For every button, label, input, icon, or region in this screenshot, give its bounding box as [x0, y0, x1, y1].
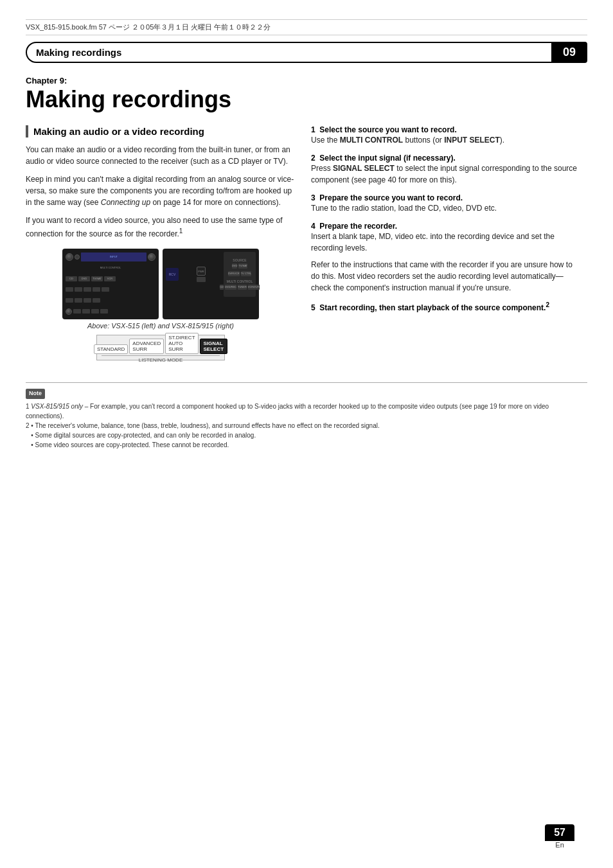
btn-row2-2	[75, 287, 82, 292]
para-2: Keep in mind you can't make a digital re…	[26, 173, 296, 208]
step-2-body: Press SIGNAL SELECT to select the input …	[311, 163, 581, 186]
chapter-number: 09	[563, 46, 576, 58]
para-3: If you want to record a video source, yo…	[26, 215, 296, 240]
chapter-title-box: Making recordings	[26, 42, 553, 63]
step-4-body2: Refer to the instructions that came with…	[311, 259, 581, 294]
bottom-btn1	[73, 309, 81, 314]
btn-row2-1	[66, 287, 73, 292]
source-knob	[148, 253, 155, 261]
footnote-1-italic: VSX-815/915 only	[31, 403, 83, 410]
cd-r-btn: CD	[220, 285, 224, 290]
dpr-btn-row2: DVR/VCR TV CTRL	[228, 271, 252, 276]
right-controls: SOURCE DVD TV/SAT DVR/VCR TV CTRL MULTI …	[224, 252, 256, 297]
small-knob	[66, 308, 72, 315]
display-panel: INPUT	[81, 252, 147, 261]
chapter-heading-text: Making recordings	[36, 47, 121, 58]
section-heading: Making an audio or a video recording	[26, 125, 296, 138]
chapter-header: Making recordings 09	[26, 42, 587, 63]
step-3-title: Prepare the source you want to record.	[319, 193, 463, 202]
footnote-2b: • Some digital sources are copy-protecte…	[26, 430, 587, 440]
tv-ctrl-btn: TV CTRL	[241, 271, 252, 276]
btn-row3-4	[93, 298, 100, 303]
dvd-btn: DVD	[78, 276, 90, 281]
bottom-btn4	[100, 309, 108, 314]
btn-row3-1	[66, 298, 73, 303]
signal-select-area: STANDARD ADVANCEDSURR ST.DIRECTAUTO SURR…	[26, 335, 296, 360]
tv-sat-btn: TV/SAT	[238, 263, 247, 269]
step-4-number: 4 Prepare the recorder.	[311, 222, 581, 231]
devices-row: INPUT MULTI CONTROL CD DVD TV/SAT VCR	[62, 249, 259, 319]
right-column: 1 Select the source you want to record. …	[311, 125, 581, 370]
footnote-2: 2 • The receiver's volume, balance, tone…	[26, 421, 587, 430]
receiver-display: RCV	[166, 268, 179, 281]
step-1-number: 1 Select the source you want to record.	[311, 125, 581, 134]
footnote-2c: • Some video sources are copy-protected.…	[26, 440, 587, 450]
step-3: 3 Prepare the source you want to record.…	[311, 193, 581, 214]
ctrl-label: SOURCE	[233, 258, 246, 262]
step-3-number: 3 Prepare the source you want to record.	[311, 193, 581, 202]
tv-btn: TV/SAT	[91, 276, 103, 281]
dvr-dvd-btn: DVR/VCR	[228, 271, 240, 276]
file-info: VSX_815-915.book.fm 57 ページ ２０05年３月１日 火曜日…	[26, 22, 587, 32]
btn-row2-3	[84, 287, 91, 292]
step-2: 2 Select the input signal (if necessary)…	[311, 154, 581, 186]
page-lang: En	[555, 841, 564, 849]
chapter-number-box: 09	[551, 42, 587, 63]
bottom-btn3	[91, 309, 99, 314]
standard-btn: STANDARD	[94, 344, 128, 354]
footer-notes: Note 1 VSX-815/915 only – For example, y…	[26, 382, 587, 450]
step-2-title: Select the input signal (if necessary).	[319, 154, 455, 163]
page-number-area: 57 En	[545, 824, 574, 849]
tuner-r-btn: TUNER	[238, 285, 247, 290]
header-bar: VSX_815-915.book.fm 57 ページ ２０05年３月１日 火曜日…	[26, 19, 587, 35]
note-icon: Note	[26, 389, 45, 399]
vcr-btn: VCR	[104, 276, 116, 281]
step-1: 1 Select the source you want to record. …	[311, 125, 581, 146]
power-indicator: PWR	[197, 267, 206, 276]
step-1-title: Select the source you want to record.	[319, 125, 456, 134]
image-caption: Above: VSX-515 (left) and VSX-815/915 (r…	[87, 322, 234, 330]
step-4-title: Prepare the recorder.	[319, 222, 397, 231]
step-5: 5 Start recording, then start playback o…	[311, 301, 581, 312]
source-selector	[197, 277, 206, 282]
left-column: Making an audio or a video recording You…	[26, 125, 296, 370]
dvd-dvd-btn: DVD	[232, 263, 237, 269]
st-direct-btn: ST.DIRECTAUTO SURR	[165, 333, 198, 354]
btn-row3-3	[84, 298, 91, 303]
content-area: Making an audio or a video recording You…	[26, 125, 587, 370]
dvd-r-btn: DVD/REC	[225, 285, 236, 290]
step-5-number: 5 Start recording, then start playback o…	[311, 301, 581, 312]
multi-ctrl-lbl: MULTI CONTROL	[227, 279, 253, 283]
step-4: 4 Prepare the recorder. Insert a blank t…	[311, 222, 581, 294]
listening-mode-label: LISTENING MODE	[139, 357, 182, 363]
device-image-area: INPUT MULTI CONTROL CD DVD TV/SAT VCR	[26, 249, 296, 330]
advanced-surr-btn: ADVANCEDSURR	[129, 339, 164, 354]
chapter-label: Chapter 9:	[26, 76, 587, 85]
btn-row2-4	[93, 287, 100, 292]
bottom-btn2	[82, 309, 90, 314]
btn-row2-5	[102, 287, 109, 292]
step-2-number: 2 Select the input signal (if necessary)…	[311, 154, 581, 163]
step-4-body1: Insert a blank tape, MD, video etc. into…	[311, 231, 581, 254]
para-1: You can make an audio or a video recordi…	[26, 144, 296, 167]
footnote-1: 1 VSX-815/915 only – For example, you ca…	[26, 402, 587, 421]
dpr-btn-row1: DVD TV/SAT	[232, 263, 247, 269]
volume-knob-sm	[75, 254, 80, 260]
multi-control-label: MULTI CONTROL	[100, 266, 121, 269]
dpr-btn-row3: CD DVD/REC TUNER VCR/DVR	[220, 285, 260, 290]
page-number: 57	[545, 824, 574, 841]
para-2-italic: Connecting up	[101, 198, 150, 207]
step-1-body: Use the MULTI CONTROL buttons (or INPUT …	[311, 134, 581, 146]
cd-btn: CD	[66, 276, 77, 281]
step-5-title: Start recording, then start playback of …	[319, 303, 549, 312]
vcr-r-btn: VCR/DVR	[248, 285, 260, 290]
vsx915-panel: RCV PWR SOURCE DVD TV/SAT	[163, 249, 259, 319]
step-3-body: Tune to the radio station, load the CD, …	[311, 202, 581, 214]
btn-row3-2	[75, 298, 82, 303]
page-wrapper: VSX_815-915.book.fm 57 ページ ２０05年３月１日 火曜日…	[0, 0, 613, 868]
power-knob	[66, 253, 73, 261]
chapter-main-title: Making recordings	[26, 87, 587, 112]
vsx515-panel: INPUT MULTI CONTROL CD DVD TV/SAT VCR	[62, 249, 159, 319]
signal-select-btn: SIGNALSELECT	[200, 339, 228, 354]
signal-select-img: STANDARD ADVANCEDSURR ST.DIRECTAUTO SURR…	[96, 335, 225, 360]
